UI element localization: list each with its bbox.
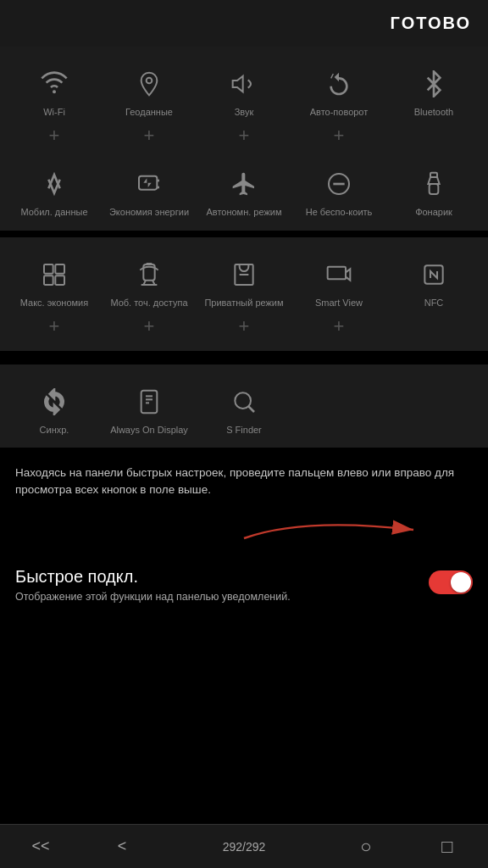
qs-mobiledata[interactable]: Мобил. данные (7, 159, 102, 221)
smartview-icon (320, 256, 358, 293)
flashlight-icon (415, 165, 452, 203)
nav-home[interactable]: ○ (325, 836, 407, 858)
arrow-container (15, 513, 473, 547)
sync-icon (36, 383, 73, 420)
qs-bluetooth-label: Bluetooth (414, 106, 453, 118)
add-hotspot[interactable]: + (102, 315, 197, 341)
qs-sync[interactable]: Синхр. (7, 376, 102, 439)
header: ГОТОВО (0, 0, 488, 47)
sound-icon (225, 65, 263, 103)
qs-row-3: Макс. экономия Моб. точ. доступа Приватн… (0, 246, 488, 315)
svg-rect-11 (44, 264, 53, 274)
svg-point-1 (147, 78, 152, 84)
nav-back[interactable]: < (81, 837, 163, 855)
powersave-icon (130, 165, 168, 203)
svg-line-3 (331, 74, 334, 78)
toggle-knob (451, 572, 471, 593)
svg-rect-4 (139, 176, 157, 190)
info-text: Находясь на панели быстрых настроек, про… (15, 465, 473, 499)
qs-geodata[interactable]: Геоданные (102, 58, 197, 121)
airplane-icon (225, 165, 263, 203)
quick-connect-toggle[interactable] (429, 570, 473, 594)
qs-dnd[interactable]: Не беспо-коить (291, 159, 386, 221)
qs-aod-label: Always On Display (110, 424, 188, 436)
qs-add-row-3: + + + + (0, 315, 488, 346)
quick-settings-panel-2: Макс. экономия Моб. точ. доступа Приватн… (0, 237, 488, 351)
header-title: ГОТОВО (391, 14, 471, 32)
qs-bluetooth[interactable]: Bluetooth (386, 58, 481, 121)
add-rotate[interactable]: + (291, 125, 386, 150)
sfinder-icon (225, 383, 263, 420)
qs-airplane-label: Автономн. режим (206, 206, 281, 218)
qs-private-label: Приватный режим (204, 297, 283, 309)
qs-powersave-label: Экономия энергии (109, 206, 189, 218)
nav-back-back[interactable]: << (0, 837, 81, 855)
wifi-icon (36, 65, 73, 103)
qs-flashlight-label: Фонарик (415, 206, 452, 218)
qs-empty-4 (291, 376, 386, 439)
qs-autorotate[interactable]: Авто-поворот (291, 58, 386, 121)
qs-hotspot-label: Моб. точ. доступа (110, 297, 187, 309)
qs-sound[interactable]: Звук (197, 58, 291, 121)
qs-maxsave-label: Макс. экономия (20, 297, 88, 309)
location-icon (130, 65, 168, 103)
qs-private[interactable]: Приватный режим (197, 249, 291, 312)
svg-rect-10 (430, 184, 439, 194)
bottom-nav: << < 292/292 ○ □ (0, 824, 488, 868)
add-geo[interactable]: + (102, 125, 197, 150)
qs-airplane[interactable]: Автономн. режим (197, 159, 291, 221)
quick-connect-section: Быстрое подкл. Отображение этой функции … (0, 560, 488, 619)
toggle-wrap[interactable] (429, 567, 473, 594)
panel-gap-2 (0, 351, 488, 358)
add-smartview[interactable]: + (291, 315, 386, 341)
add-wifi[interactable]: + (7, 125, 102, 150)
qs-sfinder-label: S Finder (226, 424, 262, 436)
nav-menu[interactable]: □ (407, 836, 488, 858)
qs-wifi[interactable]: Wi-Fi (7, 58, 102, 121)
add-nfc (386, 315, 481, 341)
qs-nfc[interactable]: NFC (386, 249, 481, 312)
add-maxsave[interactable]: + (7, 315, 102, 341)
svg-point-0 (53, 90, 56, 93)
qs-row-1: Wi-Fi Геоданные Звук Авто-поворот (0, 55, 488, 125)
add-private[interactable]: + (197, 315, 291, 341)
svg-marker-2 (233, 76, 243, 92)
panel-gap-1 (0, 231, 488, 237)
quick-settings-panel-1: Wi-Fi Геоданные Звук Авто-поворот (0, 47, 488, 231)
qs-maxsave[interactable]: Макс. экономия (7, 249, 102, 312)
qs-wifi-label: Wi-Fi (43, 106, 65, 118)
qs-add-row-1: + + + + (0, 125, 488, 155)
add-bt (386, 125, 481, 150)
qs-powersave[interactable]: Экономия энергии (102, 159, 197, 221)
maxsave-icon (36, 256, 73, 293)
qs-sfinder[interactable]: S Finder (197, 376, 291, 439)
qs-aod[interactable]: Always On Display (102, 376, 197, 439)
qs-dnd-label: Не беспо-коить (306, 206, 373, 218)
qs-row-2: Мобил. данные Экономия энергии Автономн.… (0, 155, 488, 225)
red-arrow (236, 513, 422, 547)
qs-nfc-label: NFC (424, 297, 444, 309)
qs-sound-label: Звук (235, 106, 254, 118)
qs-empty-5 (386, 376, 481, 439)
add-sound[interactable]: + (197, 125, 291, 150)
svg-rect-18 (328, 266, 346, 279)
aod-icon (130, 383, 168, 420)
svg-line-25 (248, 406, 254, 412)
qs-smartview[interactable]: Smart View (291, 249, 386, 312)
qs-mobiledata-label: Мобил. данные (20, 206, 87, 218)
private-icon (225, 256, 263, 293)
hotspot-icon (130, 256, 168, 293)
quick-settings-panel-3: Синхр. Always On Display S Finder (0, 364, 488, 448)
qs-hotspot[interactable]: Моб. точ. доступа (102, 249, 197, 312)
info-section: Находясь на панели быстрых настроек, про… (0, 448, 488, 560)
svg-rect-20 (141, 391, 158, 414)
qs-sync-label: Синхр. (40, 424, 69, 436)
qs-flashlight[interactable]: Фонарик (386, 159, 481, 221)
rotate-icon (320, 65, 358, 103)
dnd-icon (320, 165, 358, 203)
nfc-icon (415, 256, 452, 293)
qs-row-4: Синхр. Always On Display S Finder (0, 373, 488, 442)
qs-smartview-label: Smart View (315, 297, 363, 309)
quick-connect-title: Быстрое подкл. (15, 567, 429, 587)
qs-geodata-label: Геоданные (125, 106, 173, 118)
